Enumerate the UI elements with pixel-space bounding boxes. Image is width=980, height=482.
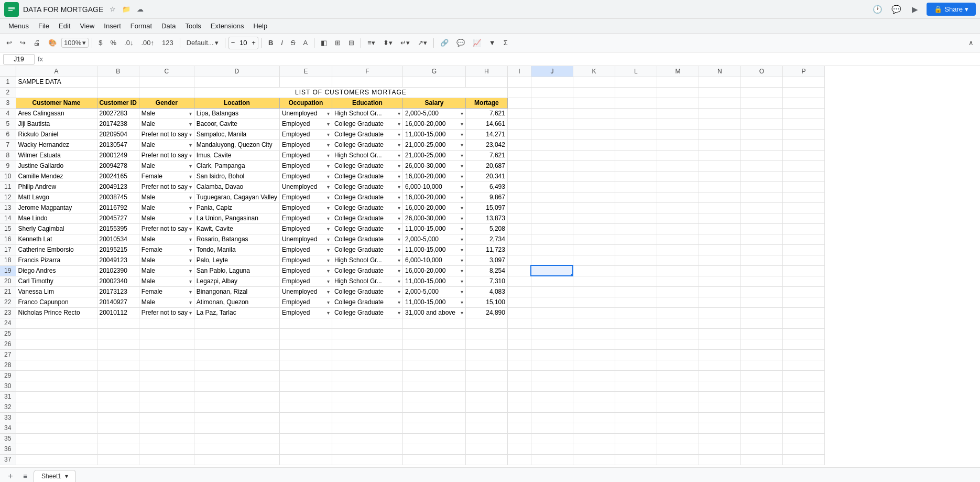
cell-I19[interactable] bbox=[507, 265, 531, 276]
row-num-19[interactable]: 19 bbox=[0, 265, 16, 276]
cell-C1[interactable] bbox=[139, 77, 194, 87]
cell-G18[interactable]: 6,000-10,000▾ bbox=[402, 255, 465, 265]
cell-F18[interactable]: High School Gr...▾ bbox=[332, 255, 402, 265]
cell-empty-28-2[interactable] bbox=[139, 360, 194, 370]
cell-H22[interactable]: 15,100 bbox=[465, 297, 507, 307]
cell-empty-31-4[interactable] bbox=[279, 391, 332, 402]
cell-G12[interactable]: 16,000-20,000▾ bbox=[402, 192, 465, 202]
row-num-35[interactable]: 35 bbox=[0, 433, 16, 444]
col-header-G[interactable]: G bbox=[402, 66, 465, 77]
sheets-menu-button[interactable]: ≡ bbox=[19, 470, 31, 483]
cell-empty-30-10[interactable] bbox=[573, 381, 615, 391]
cell-P3[interactable] bbox=[782, 98, 824, 108]
cell-G20[interactable]: 11,000-15,000▾ bbox=[402, 276, 465, 286]
cell-empty-29-5[interactable] bbox=[332, 370, 402, 381]
cell-empty-35-11[interactable] bbox=[615, 433, 657, 444]
cell-empty-35-7[interactable] bbox=[465, 433, 507, 444]
cell-D3[interactable]: Location bbox=[194, 98, 279, 108]
cell-B18[interactable]: 20049123 bbox=[97, 255, 139, 265]
cell-O18[interactable] bbox=[741, 255, 782, 265]
cell-G4[interactable]: 2,000-5,000▾ bbox=[402, 108, 465, 119]
cell-G1[interactable] bbox=[402, 77, 465, 87]
gender-dropdown-icon[interactable]: ▾ bbox=[189, 121, 192, 127]
row-num-9[interactable]: 9 bbox=[0, 160, 16, 171]
col-header-C[interactable]: C bbox=[139, 66, 194, 77]
cell-empty-35-9[interactable] bbox=[531, 433, 573, 444]
cell-M11[interactable] bbox=[657, 181, 699, 192]
currency-button[interactable]: $ bbox=[95, 37, 105, 48]
cell-reference-input[interactable] bbox=[3, 54, 35, 65]
cell-empty-35-13[interactable] bbox=[699, 433, 741, 444]
cell-H19[interactable]: 8,254 bbox=[465, 265, 507, 276]
cell-M19[interactable] bbox=[657, 265, 699, 276]
salary-dropdown-icon[interactable]: ▾ bbox=[461, 279, 463, 284]
cell-I11[interactable] bbox=[507, 181, 531, 192]
cell-O5[interactable] bbox=[741, 119, 782, 129]
cell-empty-37-13[interactable] bbox=[699, 454, 741, 465]
cell-empty-27-3[interactable] bbox=[194, 349, 279, 360]
print-button[interactable]: 🖨 bbox=[30, 37, 43, 48]
cell-B16[interactable]: 20010534 bbox=[97, 234, 139, 244]
cell-D7[interactable]: Mandaluyong, Quezon City bbox=[194, 140, 279, 150]
cell-empty-36-5[interactable] bbox=[332, 444, 402, 454]
cell-N23[interactable] bbox=[699, 307, 741, 318]
cloud-icon[interactable]: ☁ bbox=[135, 4, 145, 15]
cell-empty-32-10[interactable] bbox=[573, 402, 615, 412]
filter-button[interactable]: ▼ bbox=[486, 37, 499, 48]
cell-empty-34-14[interactable] bbox=[741, 423, 782, 433]
row-num-21[interactable]: 21 bbox=[0, 286, 16, 297]
salary-dropdown-icon[interactable]: ▾ bbox=[461, 226, 463, 232]
cell-N1[interactable] bbox=[699, 77, 741, 87]
education-dropdown-icon[interactable]: ▾ bbox=[398, 299, 400, 305]
cell-B1[interactable] bbox=[97, 77, 139, 87]
cell-D2[interactable]: LIST OF CUSTOMERS MORTAGE bbox=[194, 87, 507, 98]
cell-O15[interactable] bbox=[741, 223, 782, 234]
cell-empty-30-14[interactable] bbox=[741, 381, 782, 391]
cell-O19[interactable] bbox=[741, 265, 782, 276]
cell-G8[interactable]: 21,000-25,000▾ bbox=[402, 150, 465, 160]
cell-empty-24-13[interactable] bbox=[699, 318, 741, 328]
cell-I15[interactable] bbox=[507, 223, 531, 234]
cell-M7[interactable] bbox=[657, 140, 699, 150]
cell-P20[interactable] bbox=[782, 276, 824, 286]
cell-empty-33-15[interactable] bbox=[782, 412, 824, 423]
education-dropdown-icon[interactable]: ▾ bbox=[398, 258, 400, 263]
cell-empty-33-9[interactable] bbox=[531, 412, 573, 423]
salary-dropdown-icon[interactable]: ▾ bbox=[461, 268, 463, 274]
cell-A6[interactable]: Rickulo Daniel bbox=[16, 129, 97, 140]
cell-empty-30-2[interactable] bbox=[139, 381, 194, 391]
salary-dropdown-icon[interactable]: ▾ bbox=[461, 163, 463, 169]
cell-empty-34-10[interactable] bbox=[573, 423, 615, 433]
cell-J21[interactable] bbox=[531, 286, 573, 297]
education-dropdown-icon[interactable]: ▾ bbox=[398, 205, 400, 211]
cell-empty-24-4[interactable] bbox=[279, 318, 332, 328]
cell-empty-31-1[interactable] bbox=[97, 391, 139, 402]
cell-J1[interactable] bbox=[531, 77, 573, 87]
cell-J12[interactable] bbox=[531, 192, 573, 202]
cell-empty-33-7[interactable] bbox=[465, 412, 507, 423]
occupation-dropdown-icon[interactable]: ▾ bbox=[327, 174, 330, 179]
cell-M4[interactable] bbox=[657, 108, 699, 119]
cell-P9[interactable] bbox=[782, 160, 824, 171]
history-icon[interactable]: 🕐 bbox=[870, 2, 885, 17]
cell-G19[interactable]: 16,000-20,000▾ bbox=[402, 265, 465, 276]
cell-N8[interactable] bbox=[699, 150, 741, 160]
cell-B11[interactable]: 20049123 bbox=[97, 181, 139, 192]
cell-D1[interactable] bbox=[194, 77, 279, 87]
cell-empty-24-14[interactable] bbox=[741, 318, 782, 328]
cell-empty-31-15[interactable] bbox=[782, 391, 824, 402]
cell-J20[interactable] bbox=[531, 276, 573, 286]
cell-empty-27-10[interactable] bbox=[573, 349, 615, 360]
cell-empty-28-14[interactable] bbox=[741, 360, 782, 370]
cell-H16[interactable]: 2,734 bbox=[465, 234, 507, 244]
cell-empty-36-15[interactable] bbox=[782, 444, 824, 454]
cell-K22[interactable] bbox=[573, 297, 615, 307]
cell-empty-28-6[interactable] bbox=[402, 360, 465, 370]
cell-empty-35-12[interactable] bbox=[657, 433, 699, 444]
cell-G15[interactable]: 11,000-15,000▾ bbox=[402, 223, 465, 234]
cell-empty-37-5[interactable] bbox=[332, 454, 402, 465]
cell-empty-36-9[interactable] bbox=[531, 444, 573, 454]
cell-B9[interactable]: 20094278 bbox=[97, 160, 139, 171]
row-num-13[interactable]: 13 bbox=[0, 202, 16, 213]
cell-K21[interactable] bbox=[573, 286, 615, 297]
